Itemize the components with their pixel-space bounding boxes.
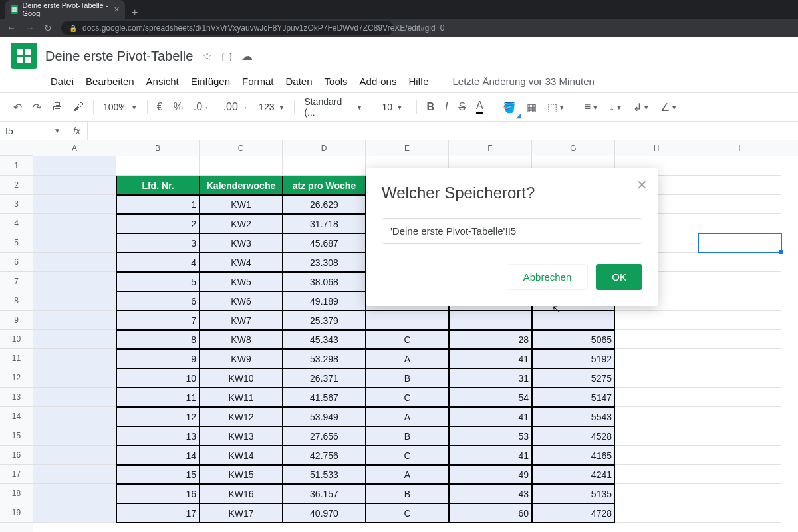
cell-A4[interactable] [33, 214, 116, 233]
borders-icon[interactable]: ▦ [523, 97, 541, 118]
cell-E18[interactable]: B [366, 484, 449, 503]
cell-F11[interactable]: 41 [449, 349, 532, 368]
cell-A14[interactable] [33, 407, 116, 426]
cell-C16[interactable]: KW14 [200, 446, 283, 465]
cell-B11[interactable]: 9 [116, 349, 200, 368]
cell-B19[interactable]: 17 [116, 503, 200, 523]
cell-F13[interactable]: 54 [449, 388, 532, 407]
row-header-7[interactable]: 7 [0, 272, 33, 291]
row-header-4[interactable]: 4 [0, 214, 33, 233]
name-box[interactable]: I5▼ [0, 122, 66, 140]
cell-H12[interactable] [615, 368, 698, 388]
rotate-icon[interactable]: ∠ ▼ [656, 97, 682, 118]
col-header-E[interactable]: E [366, 140, 449, 156]
cell-F14[interactable]: 41 [449, 407, 532, 426]
cell-D11[interactable]: 53.298 [283, 349, 366, 368]
cell-D10[interactable]: 45.343 [283, 330, 366, 349]
row-header-15[interactable]: 15 [0, 426, 33, 446]
cell-A15[interactable] [33, 426, 116, 446]
cell-I8[interactable] [698, 291, 781, 311]
row-header-12[interactable]: 12 [0, 368, 33, 388]
row-header-1[interactable]: 1 [0, 156, 33, 176]
currency-icon[interactable]: € [153, 97, 167, 117]
cell-A3[interactable] [33, 195, 116, 214]
cell-I11[interactable] [698, 349, 781, 368]
cell-G9[interactable] [532, 311, 615, 330]
cell-F9[interactable] [449, 311, 532, 330]
col-header-F[interactable]: F [449, 140, 532, 156]
row-header-16[interactable]: 16 [0, 446, 33, 465]
cell-B7[interactable]: 5 [116, 272, 200, 291]
cell-D17[interactable]: 51.533 [283, 465, 366, 484]
cell-H19[interactable] [615, 503, 698, 523]
cell-I1[interactable] [698, 156, 781, 176]
menu-view[interactable]: Ansicht [141, 73, 184, 90]
cell-I9[interactable] [698, 311, 781, 330]
strikethrough-icon[interactable]: S [454, 97, 469, 117]
cell-G15[interactable]: 4528 [532, 426, 615, 446]
row-header-6[interactable]: 6 [0, 253, 33, 272]
cell-H14[interactable] [615, 407, 698, 426]
cell-H17[interactable] [615, 465, 698, 484]
cell-A5[interactable] [33, 233, 116, 253]
cancel-button[interactable]: Abbrechen [507, 264, 589, 290]
cell-E15[interactable]: B [366, 426, 449, 446]
col-header-G[interactable]: G [532, 140, 615, 156]
cell-A1[interactable] [33, 156, 116, 176]
valign-icon[interactable]: ↓ ▼ [605, 97, 626, 117]
select-all-corner[interactable] [0, 140, 33, 156]
font-select[interactable]: Standard (...▼ [300, 94, 366, 120]
cell-E10[interactable]: C [366, 330, 449, 349]
cell-C19[interactable]: KW17 [200, 503, 283, 523]
row-header-11[interactable]: 11 [0, 349, 33, 368]
cell-C9[interactable]: KW7 [200, 311, 283, 330]
cell-E13[interactable]: C [366, 388, 449, 407]
cell-A13[interactable] [33, 388, 116, 407]
merge-icon[interactable]: ⬚ ▼ [543, 97, 569, 118]
cell-B15[interactable]: 13 [116, 426, 200, 446]
cell-C17[interactable]: KW15 [200, 465, 283, 484]
row-header-18[interactable]: 18 [0, 484, 33, 503]
cell-A12[interactable] [33, 368, 116, 388]
cell-A10[interactable] [33, 330, 116, 349]
cell-C6[interactable]: KW4 [200, 253, 283, 272]
cell-G16[interactable]: 4165 [532, 446, 615, 465]
row-header-10[interactable]: 10 [0, 330, 33, 349]
cell-F10[interactable]: 28 [449, 330, 532, 349]
increase-decimal-icon[interactable]: .00→ [219, 97, 253, 117]
col-header-B[interactable]: B [116, 140, 200, 156]
sheets-logo[interactable] [11, 43, 37, 69]
wrap-icon[interactable]: ↲ ▼ [629, 97, 654, 118]
cell-A7[interactable] [33, 272, 116, 291]
cell-B16[interactable]: 14 [116, 446, 200, 465]
fill-color-icon[interactable]: 🪣◢ [499, 97, 520, 118]
cell-D9[interactable]: 25.379 [283, 311, 366, 330]
cell-A17[interactable] [33, 465, 116, 484]
more-formats[interactable]: 123▼ [255, 99, 289, 115]
cell-I4[interactable] [698, 214, 781, 233]
cell-E17[interactable]: A [366, 465, 449, 484]
menu-help[interactable]: Hilfe [403, 73, 434, 90]
cell-I7[interactable] [698, 272, 781, 291]
print-icon[interactable]: 🖶 [48, 97, 66, 117]
cell-A9[interactable] [33, 311, 116, 330]
cell-G17[interactable]: 4241 [532, 465, 615, 484]
cell-F16[interactable]: 41 [449, 446, 532, 465]
align-icon[interactable]: ≡ ▼ [581, 97, 602, 117]
cell-A2[interactable] [33, 176, 116, 195]
italic-icon[interactable]: I [441, 97, 452, 117]
cell-C13[interactable]: KW11 [200, 388, 283, 407]
cell-C10[interactable]: KW8 [200, 330, 283, 349]
cell-G10[interactable]: 5065 [532, 330, 615, 349]
cell-D3[interactable]: 26.629 [283, 195, 366, 214]
dialog-location-input[interactable] [382, 218, 642, 244]
close-tab-icon[interactable]: ✕ [114, 5, 120, 14]
cell-C1[interactable] [200, 156, 283, 176]
cell-I15[interactable] [698, 426, 781, 446]
cell-C3[interactable]: KW1 [200, 195, 283, 214]
menu-tools[interactable]: Tools [319, 73, 353, 90]
bold-icon[interactable]: B [422, 97, 438, 117]
cell-B1[interactable] [116, 156, 200, 176]
cell-F15[interactable]: 53 [449, 426, 532, 446]
star-icon[interactable]: ☆ [202, 49, 212, 63]
